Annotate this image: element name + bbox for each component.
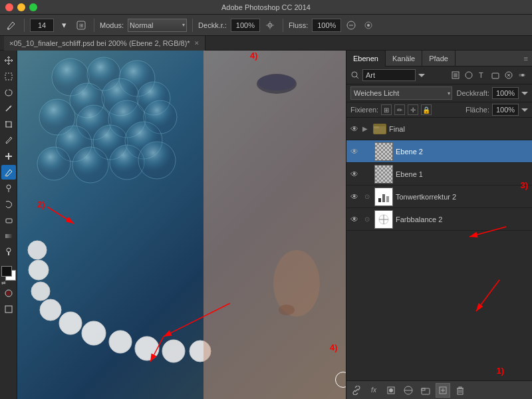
layer-name-tonwert: Tonwertkorrektur 2 bbox=[396, 193, 529, 201]
flow-icon[interactable] bbox=[344, 18, 358, 33]
brush-picker-icon[interactable]: ▾ bbox=[57, 18, 71, 33]
flow-group: Fluss: 100% bbox=[289, 18, 376, 33]
layer-item-tonwert[interactable]: 👁 ⊙ Tonwertkorrektur 2 bbox=[346, 186, 532, 208]
lasso-tool[interactable] bbox=[1, 85, 16, 100]
layer-name-ebene1: Ebene 1 bbox=[396, 170, 529, 178]
fix-position-icon[interactable]: ⊞ bbox=[381, 104, 392, 115]
svg-point-35 bbox=[29, 260, 49, 280]
layer-opacity-input[interactable]: 100% bbox=[492, 87, 519, 99]
svg-point-30 bbox=[37, 147, 70, 180]
adjustment-filter-icon[interactable] bbox=[463, 69, 475, 81]
gradient-tool[interactable] bbox=[1, 229, 16, 243]
layer-visibility-tonwert[interactable]: 👁 bbox=[349, 192, 360, 202]
selection-tool[interactable] bbox=[1, 69, 16, 84]
wand-tool[interactable] bbox=[1, 101, 16, 116]
eyedropper-tool[interactable] bbox=[1, 133, 16, 148]
fix-paint-icon[interactable]: ✏ bbox=[394, 104, 405, 115]
mode-label: Modus: bbox=[100, 21, 124, 29]
mode-select[interactable]: Normal Multiplizieren Weiches Licht bbox=[128, 19, 187, 32]
screen-mode-tool[interactable] bbox=[1, 302, 16, 317]
svg-rect-44 bbox=[203, 51, 346, 399]
pixel-filter-icon[interactable] bbox=[450, 69, 462, 81]
layer-visibility-final[interactable]: 👁 bbox=[349, 124, 360, 134]
adjustment-layer-button[interactable] bbox=[401, 383, 416, 398]
smart-filter-icon[interactable] bbox=[503, 69, 515, 81]
document-tab[interactable]: × 05_10_finaler_schliff.psd bei 200% (Eb… bbox=[4, 36, 205, 51]
airbrush-icon[interactable] bbox=[263, 18, 277, 33]
flow-input[interactable]: 100% bbox=[312, 19, 341, 32]
quick-mask-tool[interactable] bbox=[1, 286, 16, 301]
mode-select-wrapper[interactable]: Normal Multiplizieren Weiches Licht ▾ bbox=[128, 19, 187, 32]
layer-item-ebene2[interactable]: 👁 Ebene 2 bbox=[346, 140, 532, 163]
group-layers-button[interactable] bbox=[418, 383, 433, 398]
tab-ebenen[interactable]: Ebenen bbox=[346, 51, 386, 66]
brush-tool-icon[interactable] bbox=[4, 18, 19, 33]
sep3 bbox=[192, 19, 193, 32]
layer-thumb-ebene1 bbox=[374, 165, 393, 184]
tab-kanaele[interactable]: Kanäle bbox=[386, 51, 422, 66]
fix-all-icon[interactable]: 🔒 bbox=[421, 104, 432, 115]
svg-point-8 bbox=[9, 106, 11, 108]
foreground-color-swatch[interactable] bbox=[1, 266, 12, 277]
dodge-tool[interactable] bbox=[1, 245, 16, 259]
layer-item-final[interactable]: 👁 ▶ Final bbox=[346, 118, 532, 140]
minimize-button[interactable] bbox=[17, 3, 25, 11]
group-expand-final[interactable]: ▶ bbox=[362, 125, 370, 132]
fill-input[interactable]: 100% bbox=[492, 104, 519, 116]
shape-filter-icon[interactable] bbox=[489, 69, 501, 81]
tab-pfade[interactable]: Pfade bbox=[422, 51, 456, 66]
blend-mode-select[interactable]: Weiches Licht Normal Multiplizieren bbox=[350, 86, 452, 100]
maximize-button[interactable] bbox=[29, 3, 37, 11]
swap-colors-icon[interactable]: ⇄ bbox=[1, 280, 6, 286]
layer-list: 👁 ▶ Final 👁 Ebene 2 bbox=[346, 118, 532, 380]
svg-point-53 bbox=[352, 72, 357, 77]
color-swatches[interactable]: ⇄ bbox=[1, 266, 16, 285]
layer-visibility-ebene1[interactable]: 👁 bbox=[349, 169, 360, 180]
crop-tool[interactable] bbox=[1, 117, 16, 132]
spray-icon[interactable] bbox=[361, 18, 376, 33]
eraser-tool[interactable] bbox=[1, 213, 16, 227]
canvas-area[interactable]: 4) 2) 4) Ebenen Kanäle Pfade ≡ bbox=[17, 51, 532, 399]
brush-size-input[interactable]: 14 bbox=[30, 19, 54, 32]
opacity-arrow bbox=[521, 90, 528, 96]
search-dropdown-arrow[interactable] bbox=[418, 72, 425, 78]
svg-rect-86 bbox=[459, 387, 462, 388]
window-controls[interactable] bbox=[5, 3, 37, 11]
tab-close-icon[interactable]: ✕ bbox=[194, 40, 200, 47]
fix-move-icon[interactable]: ✛ bbox=[408, 104, 418, 115]
layer-folder-icon-final bbox=[373, 124, 386, 134]
brush-tool-left[interactable] bbox=[1, 165, 16, 180]
layer-visibility-farbbalance[interactable]: 👁 bbox=[349, 214, 360, 225]
layer-search-input[interactable] bbox=[362, 69, 416, 81]
layer-visibility-ebene2[interactable]: 👁 bbox=[349, 146, 360, 157]
healing-tool[interactable] bbox=[1, 149, 16, 164]
svg-point-39 bbox=[82, 321, 106, 345]
opacity-input[interactable]: 100% bbox=[231, 19, 260, 32]
add-mask-button[interactable] bbox=[384, 383, 398, 398]
svg-point-47 bbox=[273, 250, 320, 317]
layer-item-farbbalance[interactable]: 👁 ⊙ Farbbalance 2 bbox=[346, 208, 532, 231]
filter-icon bbox=[350, 70, 360, 80]
toggle-filter-icon[interactable] bbox=[516, 69, 528, 81]
new-layer-button[interactable] bbox=[436, 383, 450, 398]
fill-arrow bbox=[521, 106, 528, 113]
svg-point-37 bbox=[40, 299, 61, 321]
layer-item-ebene1[interactable]: 👁 Ebene 1 bbox=[346, 163, 532, 186]
fix-label: Fixieren: bbox=[350, 106, 378, 114]
brush-options-icon[interactable]: ⊞ bbox=[74, 18, 88, 33]
history-brush-tool[interactable] bbox=[1, 197, 16, 211]
svg-text:T: T bbox=[479, 71, 483, 79]
clone-tool[interactable] bbox=[1, 181, 16, 196]
fix-row: Fixieren: ⊞ ✏ ✛ 🔒 Fläche: 100% bbox=[346, 102, 532, 118]
fill-label: Fläche: bbox=[466, 106, 489, 114]
canvas-decoration bbox=[17, 51, 346, 399]
blend-mode-select-wrapper[interactable]: Weiches Licht Normal Multiplizieren ▾ bbox=[350, 86, 452, 100]
delete-layer-button[interactable] bbox=[453, 383, 467, 398]
svg-marker-55 bbox=[418, 74, 425, 77]
panel-close-button[interactable]: ≡ bbox=[524, 55, 528, 63]
type-filter-icon[interactable]: T bbox=[476, 69, 488, 81]
move-tool[interactable] bbox=[1, 53, 16, 68]
close-button[interactable] bbox=[5, 3, 13, 11]
fx-button[interactable]: fx bbox=[366, 383, 381, 398]
link-layers-button[interactable] bbox=[349, 383, 364, 398]
